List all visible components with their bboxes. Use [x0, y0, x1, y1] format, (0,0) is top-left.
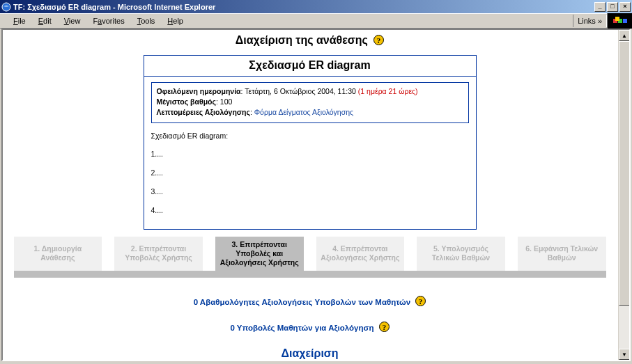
max-grade-label: Μέγιστος βαθμός	[157, 97, 216, 106]
assignment-info: Οφειλόμενη ημερομηνία: Τετάρτη, 6 Οκτώβρ…	[151, 82, 469, 123]
ie-icon	[1, 2, 11, 12]
menu-view[interactable]: View	[58, 15, 87, 26]
assignment-description: Σχεδιασμό ER diagram: 1.... 2.... 3.... …	[151, 130, 469, 216]
vertical-scrollbar[interactable]: ▲ ▼	[618, 30, 629, 360]
help-icon[interactable]: ?	[373, 35, 384, 45]
menu-edit[interactable]: Edit	[32, 15, 58, 26]
menu-favorites[interactable]: Favorites	[86, 15, 130, 26]
assignment-title: Σχεδιασμό ER diagram	[144, 56, 476, 77]
due-date-remaining: (1 ημέρα 21 ώρες)	[358, 87, 418, 95]
action-links: 0 Αβαθμολόγητες Αξιολογήσεις Υποβολών τω…	[3, 296, 617, 332]
menu-file[interactable]: File	[7, 15, 32, 26]
maximize-button[interactable]: □	[607, 2, 618, 12]
grading-form-link[interactable]: Φόρμα Δείγματος Αξιολόγησης	[254, 108, 353, 116]
desc-intro: Σχεδιασμό ER diagram:	[151, 130, 469, 142]
due-date-label: Οφειλόμενη ημερομηνία	[157, 87, 241, 95]
help-icon[interactable]: ?	[379, 322, 390, 332]
tab-phase-6[interactable]: 6. Εμφάνιση Τελικών Βαθμών	[518, 237, 606, 271]
scroll-up-button[interactable]: ▲	[619, 30, 630, 41]
tab-phase-3[interactable]: 3. Επιτρέπονται Υποβολές και Αξιολογήσει…	[215, 237, 304, 271]
title-bar: TF: Σχεδιασμό ER diagram - Microsoft Int…	[0, 0, 632, 13]
tab-phase-5[interactable]: 5. Υπολογισμός Τελικών Βαθμών	[417, 237, 505, 271]
svg-text:?: ?	[377, 36, 381, 45]
phase-tabs: 1. Δημιουργία Ανάθεσης 2. Επιτρέπονται Υ…	[14, 237, 606, 278]
page-heading: Διαχείριση της ανάθεσης ?	[3, 30, 617, 51]
menu-help[interactable]: Help	[161, 15, 190, 26]
menu-tools[interactable]: Tools	[131, 15, 162, 26]
tab-phase-1[interactable]: 1. Δημιουργία Ανάθεσης	[14, 237, 102, 271]
due-date-value: Τετάρτη, 6 Οκτώβριος 2004, 11:30	[245, 87, 356, 95]
student-submissions-link[interactable]: 0 Υποβολές Μαθητών για Αξιολόγηση ?	[3, 322, 617, 332]
minimize-button[interactable]: _	[594, 2, 606, 12]
links-toolbar[interactable]: Links »	[573, 15, 607, 27]
chevron-right-icon: »	[598, 17, 602, 25]
max-grade-value: 100	[220, 97, 233, 106]
desc-item: 1....	[151, 148, 469, 160]
scroll-down-button[interactable]: ▼	[619, 349, 630, 360]
svg-rect-4	[615, 17, 619, 21]
grading-details-label: Λεπτομέρειες Αξιολόγησης	[157, 108, 250, 116]
content-viewport: Διαχείριση της ανάθεσης ? Σχεδιασμό ER d…	[1, 29, 631, 361]
tab-phase-4[interactable]: 4. Επιτρέπονται Αξιολογήσεις Χρήστης	[316, 237, 405, 271]
menu-bar: File Edit View Favorites Tools Help Link…	[0, 13, 632, 29]
svg-text:?: ?	[419, 297, 423, 306]
desc-item: 2....	[151, 167, 469, 179]
page-content: Διαχείριση της ανάθεσης ? Σχεδιασμό ER d…	[3, 30, 617, 360]
window-title: TF: Σχεδιασμό ER diagram - Microsoft Int…	[13, 3, 593, 11]
desc-item: 3....	[151, 186, 469, 198]
tab-phase-2[interactable]: 2. Επιτρέπονται Υποβολές Χρήστης	[114, 237, 203, 271]
help-icon[interactable]: ?	[415, 296, 426, 306]
admin-heading[interactable]: Διαχείριση	[3, 347, 617, 360]
assignment-box: Σχεδιασμό ER diagram Οφειλόμενη ημερομην…	[144, 55, 477, 230]
svg-text:?: ?	[382, 323, 386, 331]
desc-item: 4....	[151, 205, 469, 216]
tab-underline	[14, 271, 606, 278]
scroll-thumb[interactable]	[619, 41, 630, 306]
ungraded-assessments-link[interactable]: 0 Αβαθμολόγητες Αξιολογήσεις Υποβολών τω…	[3, 296, 617, 306]
close-button[interactable]: ×	[619, 2, 631, 12]
throbber-icon	[607, 13, 632, 29]
svg-rect-3	[623, 19, 627, 23]
